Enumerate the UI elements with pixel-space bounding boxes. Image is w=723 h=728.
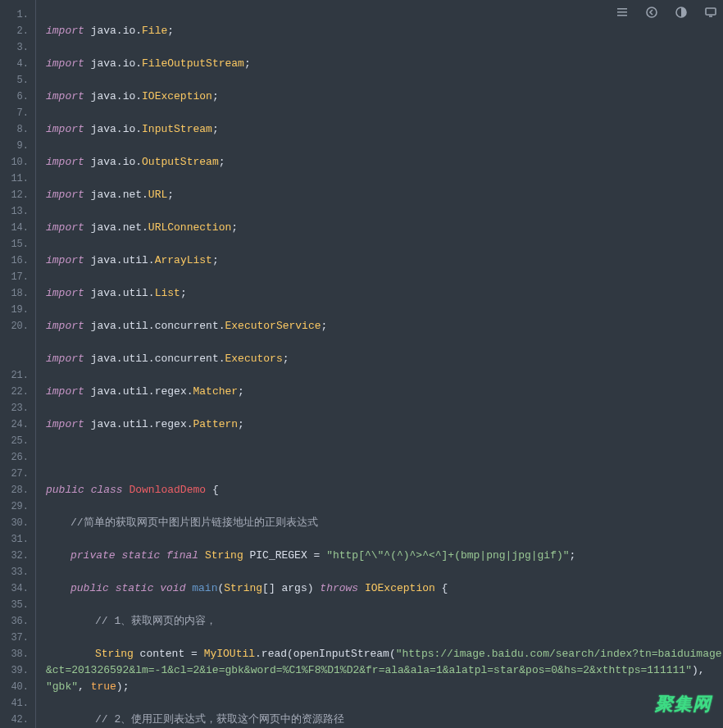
svg-point-3 (647, 7, 657, 17)
code-area[interactable]: import java.io.File; import java.io.File… (36, 0, 723, 728)
svg-rect-5 (706, 8, 716, 15)
back-icon[interactable] (644, 5, 659, 20)
svg-rect-2 (617, 15, 627, 16)
svg-rect-0 (617, 8, 627, 10)
list-icon[interactable] (615, 5, 630, 20)
desktop-icon[interactable] (703, 5, 718, 20)
contrast-icon[interactable] (674, 5, 689, 20)
code-editor: 1.2.3.4.5.6.7.8.9.10.11.12.13.14.15.16.1… (0, 0, 723, 728)
watermark: 聚集网 (655, 692, 712, 717)
line-number-gutter: 1.2.3.4.5.6.7.8.9.10.11.12.13.14.15.16.1… (0, 0, 36, 728)
svg-rect-1 (617, 11, 627, 13)
editor-toolbar (615, 5, 718, 20)
